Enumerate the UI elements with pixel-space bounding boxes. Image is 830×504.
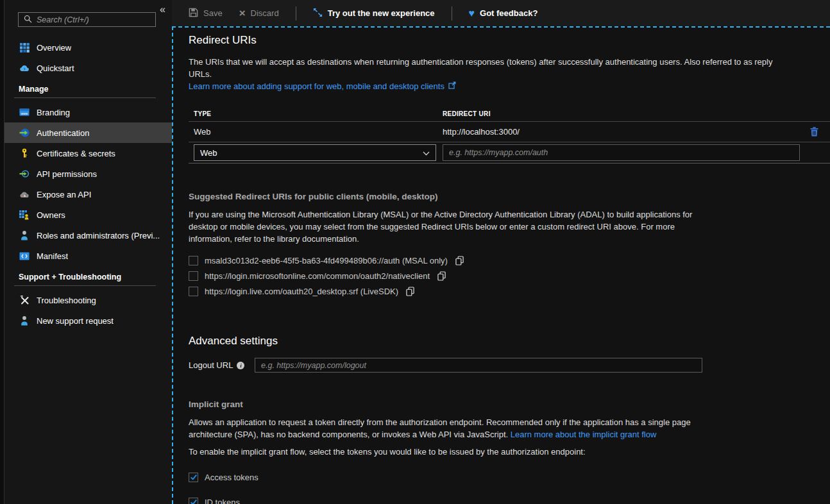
save-icon: [189, 8, 198, 19]
divider: [14, 285, 156, 286]
advanced-settings-section: Advanced settings Logout URL i: [189, 333, 830, 373]
sidebar-item-label: Owners: [37, 210, 65, 220]
list-item: https://login.microsoftonline.com/common…: [189, 268, 830, 283]
implicit-grant-title: Implicit grant: [189, 398, 830, 411]
sidebar-item-new-support-request[interactable]: New support request: [0, 310, 172, 331]
sidebar-item-label: Expose an API: [37, 190, 91, 199]
try-new-experience-button[interactable]: Try out the new experience: [313, 8, 435, 19]
sidebar-item-authentication[interactable]: Authentication: [0, 122, 172, 143]
advanced-settings-title: Advanced settings: [189, 333, 830, 349]
redirect-uris-title: Redirect URIs: [189, 33, 830, 48]
manifest-icon: [19, 251, 30, 261]
toolbar-separator: [452, 6, 452, 21]
suggested-uri-checkbox[interactable]: [189, 271, 198, 281]
sidebar-item-expose-api[interactable]: Expose an API: [0, 184, 172, 205]
id-tokens-label: ID tokens: [205, 498, 240, 504]
save-button[interactable]: Save: [189, 8, 223, 19]
svg-text:www: www: [21, 112, 28, 115]
suggested-redirect-uris-section: Suggested Redirect URIs for public clien…: [189, 190, 830, 299]
table-header-row: TYPE REDIRECT URI: [189, 106, 830, 122]
search-icon: [24, 15, 32, 25]
redirect-uris-description: The URIs that we will accept as destinat…: [189, 56, 795, 80]
copy-icon[interactable]: [437, 271, 446, 281]
branding-icon: www: [19, 107, 30, 117]
learn-more-redirect-link[interactable]: Learn more about adding support for web,…: [189, 81, 445, 91]
troubleshooting-tools-icon: [19, 295, 30, 305]
heart-icon: ♥: [469, 8, 475, 19]
table-row: Web http://localhost:3000/: [189, 122, 830, 142]
sidebar-item-label: Quickstart: [37, 63, 74, 73]
redirect-uri-table: TYPE REDIRECT URI Web http://localhost:3…: [189, 106, 830, 164]
logout-url-label: Logout URL i: [189, 360, 255, 370]
owners-icon: [19, 210, 30, 220]
sidebar-item-roles-admins[interactable]: Roles and administrators (Previ...: [0, 225, 172, 246]
sidebar-search[interactable]: [18, 12, 156, 27]
implicit-grant-instruction: To enable the implicit grant flow, selec…: [189, 446, 709, 458]
collapse-sidebar-icon[interactable]: «: [160, 4, 165, 15]
sidebar-item-troubleshooting[interactable]: Troubleshooting: [0, 290, 172, 310]
save-label: Save: [203, 8, 223, 18]
discard-label: Discard: [251, 8, 279, 18]
copy-icon[interactable]: [406, 287, 414, 296]
access-tokens-checkbox[interactable]: [189, 473, 198, 482]
suggested-uri-label: https://login.microsoftonline.com/common…: [205, 271, 430, 281]
sidebar-nav: Overview Quickstart Manage www Branding …: [0, 37, 172, 331]
sidebar: « Overview Quickstart Manage www Brandin…: [0, 0, 172, 504]
list-item: https://login.live.com/oauth20_desktop.s…: [189, 283, 830, 299]
redirect-type-select[interactable]: Web: [194, 144, 436, 161]
sidebar-section-header-manage: Manage: [0, 78, 172, 96]
sidebar-left-rail: [0, 0, 4, 504]
divider: [14, 97, 156, 98]
overview-grid-icon: [19, 42, 30, 53]
new-redirect-uri-input[interactable]: [443, 144, 800, 161]
sidebar-section-header-support: Support + Troubleshooting: [0, 266, 172, 283]
support-person-icon: [19, 315, 30, 326]
sidebar-item-label: New support request: [37, 316, 114, 326]
try-new-experience-label: Try out the new experience: [328, 8, 435, 18]
column-header-type: TYPE: [189, 110, 437, 117]
sidebar-item-manifest[interactable]: Manifest: [0, 246, 172, 266]
copy-icon[interactable]: [455, 256, 464, 265]
toolbar-separator: [296, 6, 296, 21]
redirect-type-selected: Web: [200, 148, 217, 158]
suggested-uri-checkbox[interactable]: [189, 287, 198, 296]
column-header-redirect-uri: REDIRECT URI: [437, 110, 793, 117]
id-tokens-checkbox[interactable]: [189, 498, 198, 504]
sidebar-item-branding[interactable]: www Branding: [0, 102, 172, 122]
roles-person-icon: [19, 230, 30, 240]
external-link-icon: [448, 81, 456, 91]
feedback-button[interactable]: ♥ Got feedback?: [469, 8, 538, 19]
api-permissions-icon: [19, 169, 30, 179]
sidebar-item-certificates-secrets[interactable]: Certificates & secrets: [0, 143, 172, 164]
trash-icon: [810, 127, 818, 137]
chevron-down-icon: [423, 148, 430, 158]
suggested-uri-checkbox[interactable]: [189, 256, 198, 265]
implicit-grant-learn-more-link[interactable]: Learn more about the implicit grant flow: [511, 430, 657, 439]
feedback-label: Got feedback?: [480, 8, 538, 18]
sidebar-item-label: Troubleshooting: [37, 296, 96, 305]
suggested-title: Suggested Redirect URIs for public clien…: [189, 190, 830, 203]
quickstart-cloud-icon: [19, 63, 30, 73]
suggested-uri-label: https://login.live.com/oauth20_desktop.s…: [205, 287, 398, 296]
implicit-grant-section: Implicit grant Allows an application to …: [189, 398, 830, 504]
sidebar-item-label: Overview: [37, 43, 71, 53]
new-redirect-uri-row: Web: [189, 142, 830, 164]
sidebar-item-api-permissions[interactable]: API permissions: [0, 164, 172, 184]
search-input[interactable]: [37, 15, 139, 24]
delete-uri-button[interactable]: [810, 127, 818, 137]
logout-url-input[interactable]: [255, 358, 702, 373]
sidebar-item-owners[interactable]: Owners: [0, 205, 172, 225]
sidebar-item-label: API permissions: [37, 169, 97, 179]
sidebar-item-label: Authentication: [37, 128, 89, 138]
list-item: ID tokens: [189, 496, 830, 504]
sidebar-item-overview[interactable]: Overview: [0, 37, 172, 58]
expose-api-icon: [19, 189, 30, 199]
discard-button[interactable]: × Discard: [239, 8, 279, 19]
sidebar-item-quickstart[interactable]: Quickstart: [0, 58, 172, 78]
sidebar-item-label: Branding: [37, 108, 70, 117]
list-item: msald3c013d2-eeb6-45f5-ba63-4fd499489b06…: [189, 253, 830, 268]
list-item: Access tokens: [189, 471, 830, 483]
info-icon[interactable]: i: [237, 362, 244, 369]
access-tokens-label: Access tokens: [205, 473, 258, 482]
switch-experience-arrows-icon: [313, 8, 323, 19]
